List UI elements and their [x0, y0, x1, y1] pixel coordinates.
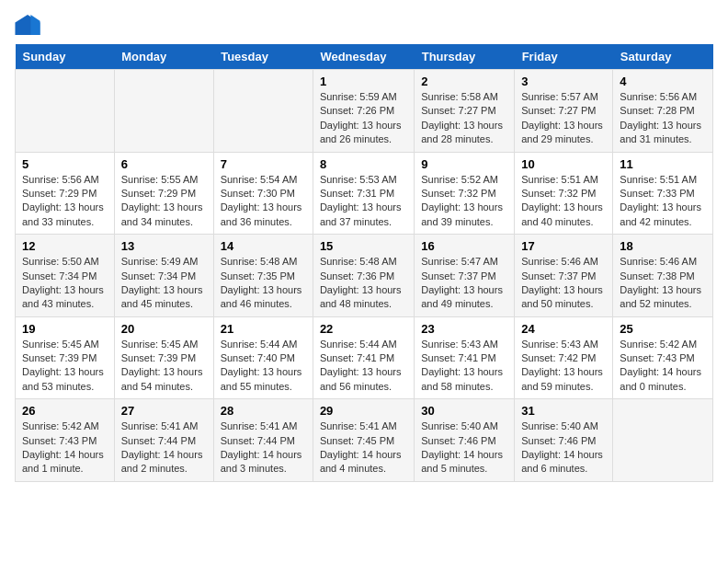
day-number: 16 [421, 239, 507, 253]
day-number: 6 [121, 157, 207, 171]
calendar-cell: 18Sunrise: 5:46 AM Sunset: 7:38 PM Dayli… [613, 235, 713, 317]
weekday-header-sunday: Sunday [16, 44, 115, 70]
cell-info: Sunrise: 5:52 AM Sunset: 7:32 PM Dayligh… [421, 173, 507, 230]
calendar-cell [213, 70, 313, 153]
calendar-cell [613, 399, 713, 482]
day-number: 12 [22, 239, 108, 253]
cell-info: Sunrise: 5:45 AM Sunset: 7:39 PM Dayligh… [121, 338, 207, 395]
day-number: 20 [121, 322, 207, 336]
day-number: 13 [121, 239, 207, 253]
day-number: 2 [421, 75, 507, 88]
cell-info: Sunrise: 5:44 AM Sunset: 7:41 PM Dayligh… [320, 338, 407, 395]
calendar-cell: 9Sunrise: 5:52 AM Sunset: 7:32 PM Daylig… [415, 152, 515, 235]
day-number: 1 [320, 75, 407, 88]
calendar-cell: 1Sunrise: 5:59 AM Sunset: 7:26 PM Daylig… [313, 70, 414, 153]
calendar-cell: 31Sunrise: 5:40 AM Sunset: 7:46 PM Dayli… [515, 399, 613, 482]
logo-icon [15, 15, 40, 35]
calendar-cell: 2Sunrise: 5:58 AM Sunset: 7:27 PM Daylig… [415, 70, 515, 153]
day-number: 15 [320, 239, 407, 253]
day-number: 31 [521, 404, 606, 418]
calendar-week-2: 5Sunrise: 5:56 AM Sunset: 7:29 PM Daylig… [16, 152, 713, 235]
day-number: 23 [421, 322, 507, 336]
cell-info: Sunrise: 5:48 AM Sunset: 7:35 PM Dayligh… [221, 255, 306, 312]
weekday-header-saturday: Saturday [613, 44, 713, 70]
day-number: 4 [620, 75, 706, 88]
cell-info: Sunrise: 5:56 AM Sunset: 7:28 PM Dayligh… [620, 90, 706, 147]
cell-info: Sunrise: 5:59 AM Sunset: 7:26 PM Dayligh… [320, 90, 407, 147]
day-number: 22 [320, 322, 407, 336]
cell-info: Sunrise: 5:40 AM Sunset: 7:46 PM Dayligh… [521, 419, 606, 477]
cell-info: Sunrise: 5:58 AM Sunset: 7:27 PM Dayligh… [421, 90, 507, 147]
calendar-cell: 7Sunrise: 5:54 AM Sunset: 7:30 PM Daylig… [213, 152, 313, 235]
day-number: 3 [521, 75, 606, 88]
calendar-cell [16, 70, 115, 153]
calendar-cell: 30Sunrise: 5:40 AM Sunset: 7:46 PM Dayli… [415, 399, 515, 482]
cell-info: Sunrise: 5:43 AM Sunset: 7:42 PM Dayligh… [521, 338, 606, 395]
cell-info: Sunrise: 5:49 AM Sunset: 7:34 PM Dayligh… [121, 255, 207, 312]
weekday-header-row: SundayMondayTuesdayWednesdayThursdayFrid… [16, 44, 713, 70]
day-number: 21 [221, 322, 306, 336]
day-number: 30 [421, 404, 507, 418]
calendar-cell: 16Sunrise: 5:47 AM Sunset: 7:37 PM Dayli… [415, 235, 515, 317]
day-number: 24 [521, 322, 606, 336]
calendar-cell: 11Sunrise: 5:51 AM Sunset: 7:33 PM Dayli… [613, 152, 713, 235]
calendar-cell: 25Sunrise: 5:42 AM Sunset: 7:43 PM Dayli… [613, 316, 713, 399]
cell-info: Sunrise: 5:41 AM Sunset: 7:44 PM Dayligh… [221, 419, 306, 477]
calendar-cell: 20Sunrise: 5:45 AM Sunset: 7:39 PM Dayli… [114, 316, 213, 399]
day-number: 5 [22, 157, 108, 171]
calendar-table: SundayMondayTuesdayWednesdayThursdayFrid… [15, 44, 713, 482]
calendar-cell: 17Sunrise: 5:46 AM Sunset: 7:37 PM Dayli… [515, 235, 613, 317]
calendar-cell: 8Sunrise: 5:53 AM Sunset: 7:31 PM Daylig… [313, 152, 414, 235]
calendar-body: 1Sunrise: 5:59 AM Sunset: 7:26 PM Daylig… [16, 70, 713, 482]
cell-info: Sunrise: 5:42 AM Sunset: 7:43 PM Dayligh… [22, 419, 108, 477]
calendar-cell: 6Sunrise: 5:55 AM Sunset: 7:29 PM Daylig… [114, 152, 213, 235]
cell-info: Sunrise: 5:54 AM Sunset: 7:30 PM Dayligh… [221, 173, 306, 230]
calendar-week-4: 19Sunrise: 5:45 AM Sunset: 7:39 PM Dayli… [16, 316, 713, 399]
cell-info: Sunrise: 5:41 AM Sunset: 7:44 PM Dayligh… [121, 419, 207, 477]
cell-info: Sunrise: 5:57 AM Sunset: 7:27 PM Dayligh… [521, 90, 606, 147]
cell-info: Sunrise: 5:56 AM Sunset: 7:29 PM Dayligh… [22, 173, 108, 230]
day-number: 7 [221, 157, 306, 171]
calendar-cell: 4Sunrise: 5:56 AM Sunset: 7:28 PM Daylig… [613, 70, 713, 153]
calendar-week-1: 1Sunrise: 5:59 AM Sunset: 7:26 PM Daylig… [16, 70, 713, 153]
day-number: 18 [620, 239, 706, 253]
weekday-header-thursday: Thursday [415, 44, 515, 70]
calendar-week-5: 26Sunrise: 5:42 AM Sunset: 7:43 PM Dayli… [16, 399, 713, 482]
cell-info: Sunrise: 5:50 AM Sunset: 7:34 PM Dayligh… [22, 255, 108, 312]
weekday-header-wednesday: Wednesday [313, 44, 414, 70]
day-number: 9 [421, 157, 507, 171]
day-number: 25 [620, 322, 706, 336]
calendar-week-3: 12Sunrise: 5:50 AM Sunset: 7:34 PM Dayli… [16, 235, 713, 317]
calendar-cell: 23Sunrise: 5:43 AM Sunset: 7:41 PM Dayli… [415, 316, 515, 399]
calendar-cell [114, 70, 213, 153]
weekday-header-friday: Friday [515, 44, 613, 70]
cell-info: Sunrise: 5:40 AM Sunset: 7:46 PM Dayligh… [421, 419, 507, 477]
weekday-header-monday: Monday [114, 44, 213, 70]
cell-info: Sunrise: 5:43 AM Sunset: 7:41 PM Dayligh… [421, 338, 507, 395]
calendar-cell: 13Sunrise: 5:49 AM Sunset: 7:34 PM Dayli… [114, 235, 213, 317]
logo [15, 15, 44, 35]
cell-info: Sunrise: 5:42 AM Sunset: 7:43 PM Dayligh… [620, 338, 706, 395]
day-number: 14 [221, 239, 306, 253]
calendar-cell: 3Sunrise: 5:57 AM Sunset: 7:27 PM Daylig… [515, 70, 613, 153]
cell-info: Sunrise: 5:44 AM Sunset: 7:40 PM Dayligh… [221, 338, 306, 395]
day-number: 27 [121, 404, 207, 418]
calendar-cell: 12Sunrise: 5:50 AM Sunset: 7:34 PM Dayli… [16, 235, 115, 317]
cell-info: Sunrise: 5:51 AM Sunset: 7:33 PM Dayligh… [620, 173, 706, 230]
calendar-cell: 27Sunrise: 5:41 AM Sunset: 7:44 PM Dayli… [114, 399, 213, 482]
cell-info: Sunrise: 5:45 AM Sunset: 7:39 PM Dayligh… [22, 338, 108, 395]
page-header [15, 15, 713, 35]
calendar-cell: 19Sunrise: 5:45 AM Sunset: 7:39 PM Dayli… [16, 316, 115, 399]
calendar-cell: 10Sunrise: 5:51 AM Sunset: 7:32 PM Dayli… [515, 152, 613, 235]
day-number: 28 [221, 404, 306, 418]
cell-info: Sunrise: 5:47 AM Sunset: 7:37 PM Dayligh… [421, 255, 507, 312]
calendar-cell: 5Sunrise: 5:56 AM Sunset: 7:29 PM Daylig… [16, 152, 115, 235]
cell-info: Sunrise: 5:51 AM Sunset: 7:32 PM Dayligh… [521, 173, 606, 230]
cell-info: Sunrise: 5:48 AM Sunset: 7:36 PM Dayligh… [320, 255, 407, 312]
calendar-cell: 28Sunrise: 5:41 AM Sunset: 7:44 PM Dayli… [213, 399, 313, 482]
calendar-cell: 21Sunrise: 5:44 AM Sunset: 7:40 PM Dayli… [213, 316, 313, 399]
calendar-cell: 22Sunrise: 5:44 AM Sunset: 7:41 PM Dayli… [313, 316, 414, 399]
day-number: 8 [320, 157, 407, 171]
calendar-cell: 29Sunrise: 5:41 AM Sunset: 7:45 PM Dayli… [313, 399, 414, 482]
cell-info: Sunrise: 5:41 AM Sunset: 7:45 PM Dayligh… [320, 419, 407, 477]
